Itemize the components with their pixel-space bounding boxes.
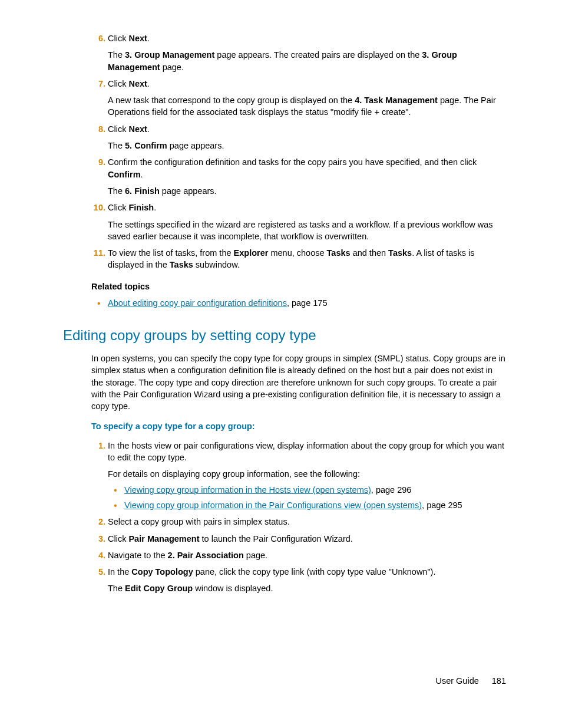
xref-link[interactable]: Viewing copy group information in the Pa… (124, 500, 422, 510)
footer-page-number: 181 (492, 676, 506, 686)
step-item: 7.Click Next.A new task that correspond … (108, 78, 506, 118)
related-link-page: , page 175 (287, 298, 328, 308)
step-item: 9.Confirm the configuration definition a… (108, 156, 506, 197)
step-item: 4.Navigate to the 2. Pair Association pa… (108, 549, 506, 561)
step-number: 1. (91, 440, 105, 452)
step-subtext: The settings specified in the wizard are… (108, 219, 506, 243)
step-subtext: The 6. Finish page appears. (108, 185, 506, 197)
step-item: 10.Click Finish.The settings specified i… (108, 202, 506, 242)
procedure-heading: To specify a copy type for a copy group: (91, 420, 506, 432)
step-subtext: The 5. Confirm page appears. (108, 140, 506, 151)
related-topics-heading: Related topics (91, 281, 506, 292)
xref-page: , page 296 (371, 485, 412, 495)
step-number: 5. (91, 566, 105, 578)
xref-page: , page 295 (422, 500, 462, 510)
step-link-item: Viewing copy group information in the Pa… (124, 499, 506, 511)
step-item: 11.To view the list of tasks, from the E… (108, 247, 506, 271)
step-number: 10. (91, 202, 105, 213)
intro-paragraph: In open systems, you can specify the cop… (91, 353, 506, 412)
step-number: 2. (91, 516, 105, 528)
step-list-a: 6.Click Next.The 3. Group Management pag… (108, 32, 506, 271)
step-text: In the Copy Topology pane, click the cop… (108, 566, 506, 578)
page-footer: User Guide 181 (435, 675, 506, 687)
step-text: Click Finish. (108, 202, 506, 213)
step-text: Confirm the configuration definition and… (108, 156, 506, 180)
step-subtext: The Edit Copy Group window is displayed. (108, 582, 506, 594)
step-number: 4. (91, 549, 105, 561)
related-topics-list: About editing copy pair configuration de… (108, 297, 506, 309)
related-link[interactable]: About editing copy pair configuration de… (108, 298, 287, 308)
step-item: 5.In the Copy Topology pane, click the c… (108, 566, 506, 595)
step-link-list: Viewing copy group information in the Ho… (108, 484, 506, 512)
step-subtext: The 3. Group Management page appears. Th… (108, 49, 506, 73)
step-link-item: Viewing copy group information in the Ho… (124, 484, 506, 496)
step-text: Select a copy group with pairs in simple… (108, 516, 506, 528)
step-number: 9. (91, 156, 105, 168)
step-text: Click Pair Management to launch the Pair… (108, 533, 506, 545)
step-subtext: For details on displaying copy group inf… (108, 468, 506, 480)
step-text: Click Next. (108, 32, 506, 44)
xref-link[interactable]: Viewing copy group information in the Ho… (124, 485, 371, 495)
step-list-b: 1.In the hosts view or pair configuratio… (108, 440, 506, 595)
step-text: In the hosts view or pair configurations… (108, 440, 506, 464)
step-number: 6. (91, 32, 105, 44)
footer-label: User Guide (435, 676, 478, 686)
related-link-item: About editing copy pair configuration de… (108, 297, 506, 309)
step-text: Click Next. (108, 78, 506, 90)
step-number: 11. (91, 247, 105, 259)
step-number: 7. (91, 78, 105, 90)
step-subtext: A new task that correspond to the copy g… (108, 94, 506, 118)
step-text: Navigate to the 2. Pair Association page… (108, 549, 506, 561)
step-item: 1.In the hosts view or pair configuratio… (108, 440, 506, 511)
step-text: To view the list of tasks, from the Expl… (108, 247, 506, 271)
step-text: Click Next. (108, 123, 506, 135)
step-item: 6.Click Next.The 3. Group Management pag… (108, 32, 506, 73)
section-heading: Editing copy groups by setting copy type (63, 325, 506, 345)
step-number: 3. (91, 533, 105, 545)
step-item: 2.Select a copy group with pairs in simp… (108, 516, 506, 528)
step-item: 3.Click Pair Management to launch the Pa… (108, 533, 506, 545)
step-item: 8.Click Next.The 5. Confirm page appears… (108, 123, 506, 152)
step-number: 8. (91, 123, 105, 135)
